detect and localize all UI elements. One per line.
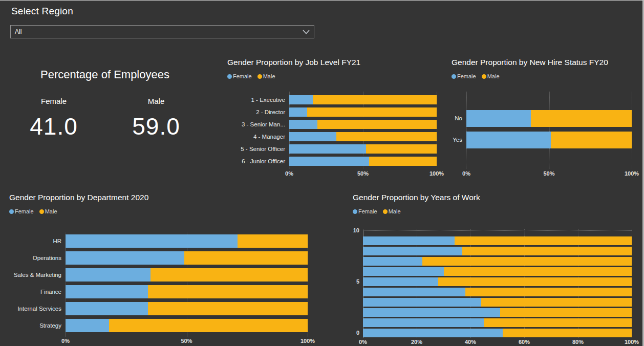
bar-row	[351, 246, 632, 256]
female-bar-segment[interactable]	[289, 157, 369, 166]
stacked-bar	[66, 268, 308, 282]
stacked-bar	[363, 288, 632, 296]
legend-item-male[interactable]: Male	[482, 73, 500, 79]
female-bar-segment[interactable]	[66, 319, 109, 332]
female-bar-segment[interactable]	[466, 132, 551, 148]
x-axis: 0%50%100%	[449, 170, 632, 179]
female-bar-segment[interactable]	[66, 268, 151, 282]
female-bar-segment[interactable]	[363, 288, 465, 296]
male-bar-segment[interactable]	[503, 329, 632, 337]
male-bar-segment[interactable]	[500, 308, 632, 317]
male-bar-segment[interactable]	[438, 277, 632, 286]
x-tick-label: 100%	[300, 338, 315, 344]
female-bar-segment[interactable]	[66, 251, 184, 265]
kpi-male-value: 59.0	[118, 113, 195, 140]
stacked-bar	[289, 132, 437, 141]
female-bar-segment[interactable]	[363, 308, 500, 317]
x-tick-label: 20%	[411, 339, 422, 345]
plot-area: HROperationsSales & MarketingFinanceInte…	[7, 232, 308, 337]
kpi-card: Percentage of Employees Female 41.0 Male…	[15, 62, 195, 140]
male-bar-segment[interactable]	[465, 288, 632, 296]
female-bar-segment[interactable]	[363, 298, 481, 307]
female-bar-segment[interactable]	[66, 234, 238, 248]
male-bar-segment[interactable]	[462, 247, 632, 255]
stacked-bar	[363, 329, 632, 337]
dashboard: Select Region All Percentage of Employee…	[0, 0, 644, 346]
stacked-bar	[66, 285, 308, 298]
male-bar-segment[interactable]	[484, 318, 632, 327]
bar-row: 2 - Director	[225, 106, 437, 118]
bar-row	[351, 256, 632, 266]
male-bar-segment[interactable]	[551, 132, 632, 148]
bar-row: Strategy	[7, 317, 308, 334]
stacked-bar	[363, 247, 632, 255]
female-bar-segment[interactable]	[363, 318, 484, 327]
category-label: Yes	[449, 137, 466, 143]
male-bar-segment[interactable]	[184, 251, 308, 265]
category-label: No	[449, 115, 466, 121]
female-bar-segment[interactable]	[289, 144, 366, 154]
legend-item-female[interactable]: Female	[9, 208, 34, 214]
female-bar-segment[interactable]	[363, 267, 444, 276]
male-bar-segment[interactable]	[307, 107, 437, 117]
legend-item-male[interactable]: Male	[39, 208, 57, 214]
x-tick-label: 80%	[572, 339, 584, 345]
female-color-dot	[9, 209, 14, 214]
kpi-male: Male 59.0	[118, 97, 195, 140]
male-bar-segment[interactable]	[238, 234, 308, 248]
x-tick-label: 100%	[625, 170, 639, 177]
male-color-dot	[482, 74, 486, 79]
male-bar-segment[interactable]	[336, 132, 437, 141]
male-bar-segment[interactable]	[455, 236, 632, 245]
female-bar-segment[interactable]	[66, 302, 148, 315]
male-bar-segment[interactable]	[109, 319, 308, 332]
male-bar-segment[interactable]	[148, 302, 308, 315]
female-bar-segment[interactable]	[289, 95, 313, 104]
male-bar-segment[interactable]	[422, 257, 632, 266]
male-bar-segment[interactable]	[444, 267, 632, 276]
bar-row: HR	[7, 232, 308, 249]
category-label: Operations	[7, 255, 66, 261]
female-bar-segment[interactable]	[289, 120, 317, 129]
female-bar-segment[interactable]	[363, 236, 455, 245]
female-bar-segment[interactable]	[363, 257, 422, 266]
region-dropdown[interactable]: All	[10, 25, 314, 38]
legend-item-male[interactable]: Male	[383, 208, 401, 214]
female-bar-segment[interactable]	[363, 247, 462, 255]
stacked-bar	[363, 318, 632, 327]
male-bar-segment[interactable]	[313, 95, 437, 104]
male-bar-segment[interactable]	[531, 110, 632, 127]
stacked-bar	[289, 157, 437, 166]
x-tick-label: 0%	[61, 338, 70, 344]
stacked-bar	[466, 110, 632, 127]
female-bar-segment[interactable]	[363, 329, 503, 337]
bar-row: Finance	[7, 283, 308, 300]
stacked-bar	[363, 236, 632, 245]
male-bar-segment[interactable]	[148, 285, 308, 298]
chart-job-level: Gender Proportion by Job Level FY21 Fema…	[225, 56, 443, 184]
male-bar-segment[interactable]	[151, 268, 308, 282]
category-label: 3 - Senior Man...	[225, 121, 289, 127]
x-tick-label: 40%	[465, 339, 476, 345]
stacked-bar	[289, 107, 437, 117]
male-bar-segment[interactable]	[369, 157, 437, 166]
female-bar-segment[interactable]	[466, 110, 531, 127]
male-bar-segment[interactable]	[317, 120, 437, 129]
male-bar-segment[interactable]	[366, 144, 437, 154]
x-tick-label: 100%	[625, 339, 639, 345]
male-color-dot	[257, 74, 262, 79]
legend-item-female[interactable]: Female	[353, 208, 377, 214]
male-color-dot	[39, 209, 44, 214]
male-bar-segment[interactable]	[481, 298, 632, 307]
female-bar-segment[interactable]	[289, 107, 307, 117]
legend-item-female[interactable]: Female	[227, 73, 252, 79]
chart-legend: Female Male	[227, 73, 275, 79]
female-bar-segment[interactable]	[289, 132, 336, 141]
female-bar-segment[interactable]	[363, 277, 438, 286]
legend-item-female[interactable]: Female	[452, 73, 476, 79]
kpi-male-label: Male	[118, 97, 195, 105]
bar-row	[351, 276, 632, 287]
legend-item-male[interactable]: Male	[257, 73, 275, 79]
x-axis: 0%50%100%	[225, 170, 437, 179]
female-bar-segment[interactable]	[66, 285, 148, 298]
